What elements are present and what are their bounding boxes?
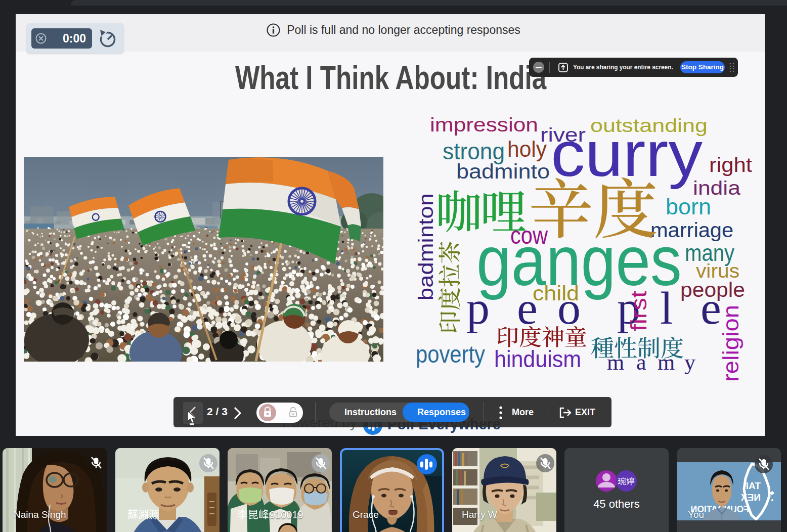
svg-text:holy: holy — [507, 137, 547, 161]
svg-text:born: born — [666, 194, 711, 219]
svg-text:badminton: badminton — [415, 193, 437, 300]
svg-text:y: y — [684, 350, 695, 375]
svg-text:poverty: poverty — [416, 341, 485, 368]
svg-text:l: l — [660, 282, 673, 334]
svg-text:p: p — [466, 282, 490, 334]
svg-text:e: e — [517, 282, 538, 334]
svg-text:religion: religion — [718, 305, 743, 382]
svg-text:first: first — [626, 291, 651, 331]
svg-text:right: right — [709, 154, 752, 176]
svg-text:o: o — [557, 282, 581, 334]
svg-text:hinduism: hinduism — [494, 346, 581, 372]
svg-text:impression: impression — [430, 114, 538, 136]
svg-text:badminto: badminto — [456, 160, 550, 183]
svg-text:910019: 910019 — [270, 509, 303, 520]
